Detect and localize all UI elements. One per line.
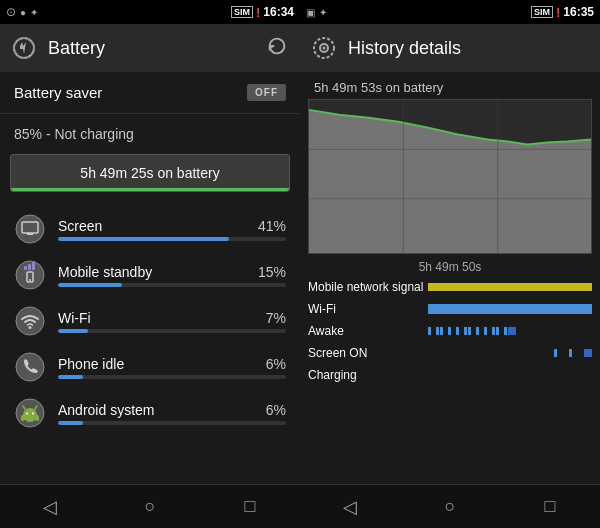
android-system-content: Android system 6% [58, 402, 286, 425]
screen-on-row: Screen ON [308, 344, 592, 362]
svg-point-12 [29, 326, 32, 329]
usage-list: Screen 41% [0, 202, 300, 484]
android-system-icon [14, 397, 46, 429]
charge-info: 85% - Not charging [0, 114, 300, 148]
svg-point-17 [26, 413, 28, 415]
wifi-signal-bar [428, 303, 592, 315]
back-button[interactable]: ◁ [30, 487, 70, 527]
alert-red-icon-r: ! [556, 5, 560, 20]
home-button[interactable]: ○ [130, 487, 170, 527]
sim-icon2: ▣ [306, 7, 315, 18]
svg-point-13 [16, 353, 44, 381]
wifi-pct: 7% [266, 310, 286, 326]
svg-rect-16 [23, 414, 37, 420]
circle-icon: ● [20, 7, 26, 18]
recent-button[interactable]: □ [230, 487, 270, 527]
android-system-pct: 6% [266, 402, 286, 418]
history-header-icon [312, 36, 336, 60]
screen-on-bar [428, 347, 592, 359]
right-recent-button[interactable]: □ [530, 487, 570, 527]
left-panel: ⊙ ● ✦ SIM ! 16:34 Battery [0, 0, 300, 528]
usage-item-wifi[interactable]: Wi-Fi 7% [0, 298, 300, 344]
usage-item-screen[interactable]: Screen 41% [0, 206, 300, 252]
charging-row: Charging [308, 366, 592, 384]
time-left: 16:34 [263, 5, 294, 19]
mobile-network-row: Mobile network signal [308, 278, 592, 296]
dropbox-icon: ✦ [30, 7, 38, 18]
mobile-standby-bar [58, 283, 122, 287]
wifi-signal-row: Wi-Fi [308, 300, 592, 318]
mobile-standby-icon [14, 259, 46, 291]
usage-item-android-system[interactable]: Android system 6% [0, 390, 300, 436]
charging-label: Charging [308, 368, 428, 382]
svg-point-2 [16, 215, 44, 243]
usage-item-phone-idle[interactable]: Phone idle 6% [0, 344, 300, 390]
battery-saver-label: Battery saver [14, 84, 102, 101]
android-system-bar [58, 421, 83, 425]
battery-header-icon [12, 36, 36, 60]
right-status-right: SIM ! 16:35 [531, 5, 594, 20]
right-status-bar: ▣ ✦ SIM ! 16:35 [300, 0, 600, 24]
awake-ticks [428, 325, 592, 337]
svg-rect-4 [27, 233, 33, 235]
battery-saver-row: Battery saver OFF [0, 72, 300, 114]
sim-status-icon: SIM [231, 6, 253, 18]
battery-history-chart[interactable] [308, 99, 592, 254]
right-header: History details [300, 24, 600, 72]
screen-icon [14, 213, 46, 245]
right-status-icons: ▣ ✦ [306, 7, 327, 18]
wifi-bar-container [58, 329, 286, 333]
svg-rect-21 [21, 415, 24, 421]
left-status-bar: ⊙ ● ✦ SIM ! 16:34 [0, 0, 300, 24]
screen-bar-container [58, 237, 286, 241]
left-bottom-nav: ◁ ○ □ [0, 484, 300, 528]
screen-bar [58, 237, 229, 241]
wifi-name: Wi-Fi [58, 310, 91, 326]
motorola-icon: ⊙ [6, 5, 16, 19]
battery-saver-toggle[interactable]: OFF [247, 84, 286, 101]
mobile-network-signal-bar [428, 283, 592, 291]
screen-on-ticks [428, 347, 592, 359]
phone-idle-bar-container [58, 375, 286, 379]
battery-time-button[interactable]: 5h 49m 25s on battery [10, 154, 290, 192]
wifi-content: Wi-Fi 7% [58, 310, 286, 333]
tick2 [569, 349, 572, 357]
left-header-title: Battery [48, 38, 266, 59]
svg-rect-22 [36, 415, 39, 421]
sim-status-icon-r: SIM [531, 6, 553, 18]
phone-idle-bar [58, 375, 83, 379]
svg-rect-6 [24, 266, 27, 270]
screen-pct: 41% [258, 218, 286, 234]
left-status-icons: ⊙ ● ✦ [6, 5, 38, 19]
right-home-button[interactable]: ○ [430, 487, 470, 527]
right-header-title: History details [348, 38, 588, 59]
alert-red-icon: ! [256, 5, 260, 20]
chart-time-label: 5h 49m 50s [300, 258, 600, 278]
mobile-network-bar [428, 281, 592, 293]
right-bottom-nav: ◁ ○ □ [300, 484, 600, 528]
history-chart-svg [309, 100, 591, 253]
dropbox-icon2: ✦ [319, 7, 327, 18]
mobile-standby-bar-container [58, 283, 286, 287]
chart-title: 5h 49m 53s on battery [300, 72, 600, 99]
wifi-icon [14, 305, 46, 337]
wifi-signal-bar-fill [428, 304, 592, 314]
awake-row: Awake [308, 322, 592, 340]
wifi-signal-label: Wi-Fi [308, 302, 428, 316]
android-system-name: Android system [58, 402, 154, 418]
tick1 [554, 349, 557, 357]
screen-item-content: Screen 41% [58, 218, 286, 241]
right-panel: ▣ ✦ SIM ! 16:35 History details 5h 49m 5… [300, 0, 600, 528]
phone-idle-icon [14, 351, 46, 383]
signal-section: Mobile network signal Wi-Fi Awake [300, 278, 600, 484]
svg-point-10 [29, 279, 31, 281]
mobile-standby-content: Mobile standby 15% [58, 264, 286, 287]
refresh-button[interactable] [266, 35, 288, 61]
mobile-network-label: Mobile network signal [308, 280, 428, 294]
charging-bar [428, 369, 592, 381]
mobile-standby-pct: 15% [258, 264, 286, 280]
right-back-button[interactable]: ◁ [330, 487, 370, 527]
usage-item-mobile-standby[interactable]: Mobile standby 15% [0, 252, 300, 298]
left-status-right: SIM ! 16:34 [231, 5, 294, 20]
awake-bar [428, 325, 592, 337]
